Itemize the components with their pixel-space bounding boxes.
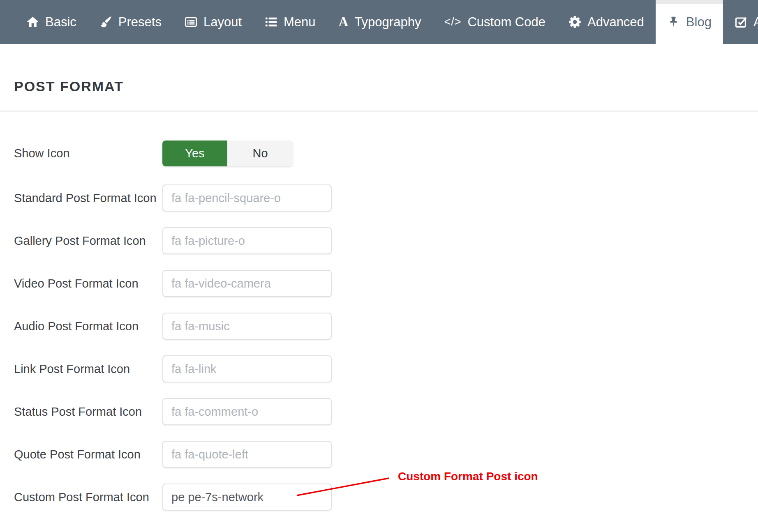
- field-label: Status Post Format Icon: [14, 405, 162, 419]
- custom-post-format-icon-input[interactable]: [162, 484, 332, 511]
- link-icon-row: Link Post Format Icon: [14, 355, 758, 382]
- menu-list-icon: [265, 16, 277, 28]
- code-icon: </>: [444, 16, 461, 28]
- standard-icon-row: Standard Post Format Icon: [14, 184, 758, 212]
- link-post-format-icon-input[interactable]: [162, 355, 332, 382]
- tab-label: Assignment: [753, 15, 758, 30]
- audio-post-format-icon-input[interactable]: [162, 313, 332, 340]
- tab-basic[interactable]: Basic: [15, 0, 88, 44]
- paint-brush-icon: [99, 16, 112, 28]
- typography-icon: A: [339, 15, 349, 29]
- tab-assignment[interactable]: Assignment: [723, 0, 758, 44]
- gear-icon: [568, 16, 581, 28]
- gallery-post-format-icon-input[interactable]: [162, 227, 332, 254]
- standard-post-format-icon-input[interactable]: [162, 184, 332, 212]
- tab-label: Layout: [203, 15, 242, 30]
- tab-label: Basic: [45, 15, 76, 30]
- tab-typography[interactable]: A Typography: [327, 0, 433, 44]
- tab-advanced[interactable]: Advanced: [557, 0, 656, 44]
- show-icon-toggle: Yes No: [162, 140, 293, 166]
- gallery-icon-row: Gallery Post Format Icon: [14, 227, 758, 254]
- tab-presets[interactable]: Presets: [88, 0, 173, 44]
- tab-menu[interactable]: Menu: [253, 0, 327, 44]
- audio-icon-row: Audio Post Format Icon: [14, 313, 758, 340]
- show-icon-yes-button[interactable]: Yes: [162, 140, 227, 166]
- tab-label: Advanced: [587, 15, 644, 30]
- field-label: Gallery Post Format Icon: [14, 234, 162, 248]
- field-label: Link Post Format Icon: [14, 362, 162, 376]
- page-title: POST FORMAT: [14, 78, 758, 94]
- quote-icon-row: Quote Post Format Icon: [14, 441, 758, 468]
- tab-blog[interactable]: Blog: [656, 0, 723, 44]
- status-icon-row: Status Post Format Icon: [14, 398, 758, 425]
- tab-label: Typography: [354, 15, 421, 30]
- pushpin-icon: [667, 16, 680, 28]
- section-header: POST FORMAT: [0, 44, 758, 112]
- tab-label: Custom Code: [467, 15, 545, 30]
- tab-layout[interactable]: Layout: [173, 0, 253, 44]
- tab-label: Menu: [284, 15, 316, 30]
- home-icon: [26, 16, 39, 28]
- check-square-icon: [735, 16, 747, 28]
- field-label: Video Post Format Icon: [14, 277, 162, 290]
- layout-icon: [185, 16, 197, 28]
- settings-tab-bar: Basic Presets Layout Menu: [0, 0, 758, 44]
- status-post-format-icon-input[interactable]: [162, 398, 332, 425]
- custom-icon-row: Custom Post Format Icon: [14, 484, 758, 511]
- post-format-form: Show Icon Yes No Standard Post Format Ic…: [0, 140, 758, 511]
- show-icon-label: Show Icon: [14, 147, 162, 160]
- tab-label: Blog: [686, 15, 712, 30]
- video-post-format-icon-input[interactable]: [162, 270, 332, 297]
- tab-custom-code[interactable]: </> Custom Code: [432, 0, 557, 44]
- field-label: Standard Post Format Icon: [14, 191, 162, 205]
- annotation-label: Custom Format Post icon: [398, 470, 538, 483]
- show-icon-row: Show Icon Yes No: [14, 140, 758, 166]
- field-label: Audio Post Format Icon: [14, 320, 162, 333]
- video-icon-row: Video Post Format Icon: [14, 270, 758, 297]
- quote-post-format-icon-input[interactable]: [162, 441, 332, 468]
- tab-label: Presets: [118, 15, 162, 30]
- field-label: Custom Post Format Icon: [14, 491, 162, 504]
- show-icon-no-button[interactable]: No: [227, 140, 293, 166]
- field-label: Quote Post Format Icon: [14, 448, 162, 461]
